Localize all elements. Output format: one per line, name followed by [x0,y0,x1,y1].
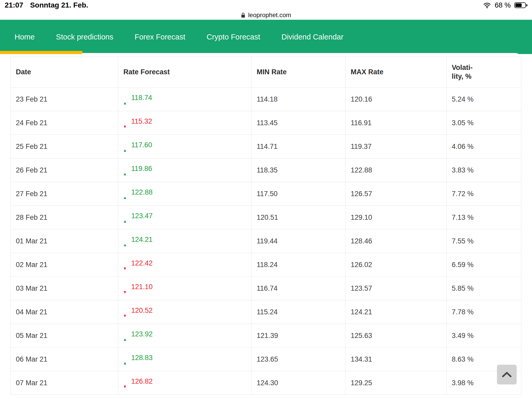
table-row: 06 Mar 21 ▲ 128.83 123.65 134.31 8.63 % [11,348,521,371]
max-rate-cell: 119.37 [345,135,447,158]
rate-forecast-value: 122.88 [131,188,153,196]
max-rate-cell: 123.57 [345,277,447,300]
rate-forecast-cell: ▲ 123.47 [118,206,251,229]
header-rate-forecast: Rate Forecast [118,57,251,88]
date-cell: 01 Mar 21 [11,229,118,253]
date-cell: 02 Mar 21 [11,253,118,277]
nav-item-stock-predictions[interactable]: Stock predictions [56,33,113,41]
trend-arrow-icon: ▲ [123,195,128,200]
date-cell: 07 Mar 21 [11,371,118,395]
main-nav: HomeStock predictionsForex ForecastCrypt… [0,20,532,54]
max-rate-cell: 124.21 [345,300,447,324]
max-rate-cell: 120.16 [345,88,447,111]
min-rate-cell: 117.50 [251,182,345,206]
table-row: 23 Feb 21 ▲ 118.74 114.18 120.16 5.24 % [11,88,521,111]
rate-forecast-cell: ▼ 121.10 [118,277,251,300]
max-rate-cell: 122.88 [345,158,447,182]
max-rate-cell: 116.91 [345,111,447,135]
rate-forecast-cell: ▲ 128.83 [118,348,251,371]
rate-forecast-value: 128.83 [131,354,153,362]
trend-arrow-icon: ▼ [123,124,128,129]
volatility-cell: 7.78 % [447,300,521,324]
date-cell: 04 Mar 21 [11,300,118,324]
rate-forecast-cell: ▲ 118.74 [118,88,251,111]
clock: 21:07 [5,1,23,9]
date-cell: 03 Mar 21 [11,277,118,300]
date-cell: 23 Feb 21 [11,88,118,111]
table-row: 28 Feb 21 ▲ 123.47 120.51 129.10 7.13 % [11,206,521,229]
wifi-icon [483,2,491,8]
address-bar[interactable]: leoprophet.com [0,10,532,20]
scroll-to-top-button[interactable] [497,365,517,384]
rate-forecast-cell: ▲ 117.60 [118,135,251,158]
url-text: leoprophet.com [248,11,291,19]
max-rate-cell: 125.63 [345,324,447,348]
rate-forecast-cell: ▼ 120.52 [118,300,251,324]
status-right-cluster: 68 % [483,1,527,9]
volatility-cell: 6.59 % [447,253,521,277]
nav-item-crypto-forecast[interactable]: Crypto Forecast [207,33,260,41]
min-rate-cell: 116.74 [251,277,345,300]
table-row: 25 Feb 21 ▲ 117.60 114.71 119.37 4.06 % [11,135,521,158]
trend-arrow-icon: ▲ [123,219,128,224]
max-rate-cell: 129.10 [345,206,447,229]
min-rate-cell: 120.51 [251,206,345,229]
trend-arrow-icon: ▲ [123,337,128,342]
table-row: 24 Feb 21 ▼ 115.32 113.45 116.91 3.05 % [11,111,521,135]
min-rate-cell: 114.18 [251,88,345,111]
lock-icon [241,12,245,18]
trend-arrow-icon: ▲ [123,101,128,105]
nav-item-home[interactable]: Home [15,33,35,41]
rate-forecast-cell: ▼ 126.82 [118,371,251,395]
rate-forecast-value: 126.82 [131,377,153,385]
nav-item-dividend-calendar[interactable]: Dividend Calendar [281,33,343,41]
battery-percent: 68 % [495,1,511,9]
table-header-row: Date Rate Forecast MIN Rate MAX Rate Vol… [11,57,521,88]
table-row: 07 Mar 21 ▼ 126.82 124.30 129.25 3.98 % [11,371,521,395]
rate-forecast-cell: ▼ 115.32 [118,111,251,135]
volatility-cell: 5.24 % [447,88,521,111]
table-row: 04 Mar 21 ▼ 120.52 115.24 124.21 7.78 % [11,300,521,324]
content-card: Date Rate Forecast MIN Rate MAX Rate Vol… [10,53,521,399]
table-row: 01 Mar 21 ▲ 124.21 119.44 128.46 7.55 % [11,229,521,253]
trend-arrow-icon: ▲ [123,148,128,153]
date-cell: 24 Feb 21 [11,111,118,135]
trend-arrow-icon: ▲ [123,361,128,365]
table-row: 03 Mar 21 ▼ 121.10 116.74 123.57 5.85 % [11,277,521,300]
min-rate-cell: 118.24 [251,253,345,277]
rate-forecast-cell: ▼ 122.42 [118,253,251,277]
volatility-cell: 7.72 % [447,182,521,206]
rate-forecast-cell: ▲ 124.21 [118,229,251,253]
chevron-up-icon [502,372,512,377]
rate-forecast-value: 115.32 [131,117,152,125]
volatility-cell: 3.83 % [447,158,521,182]
volatility-cell: 7.13 % [447,206,521,229]
trend-arrow-icon: ▼ [123,314,128,318]
rate-forecast-value: 121.10 [131,283,153,291]
nav-item-forex-forecast[interactable]: Forex Forecast [135,33,185,41]
trend-arrow-icon: ▲ [123,243,128,247]
max-rate-cell: 126.57 [345,182,447,206]
date-cell: 28 Feb 21 [11,206,118,229]
min-rate-cell: 121.39 [251,324,345,348]
date-cell: 25 Feb 21 [11,135,118,158]
table-row: 27 Feb 21 ▲ 122.88 117.50 126.57 7.72 % [11,182,521,206]
header-min-rate: MIN Rate [251,57,345,88]
volatility-cell: 3.49 % [447,324,521,348]
volatility-cell: 5.85 % [447,277,521,300]
forecast-table: Date Rate Forecast MIN Rate MAX Rate Vol… [10,57,521,395]
max-rate-cell: 134.31 [345,348,447,371]
trend-arrow-icon: ▼ [123,266,128,271]
rate-forecast-value: 123.92 [131,330,153,338]
trend-arrow-icon: ▲ [123,172,128,176]
status-date: Sonntag 21. Feb. [30,1,88,9]
max-rate-cell: 126.02 [345,253,447,277]
progress-bar [0,51,82,54]
min-rate-cell: 114.71 [251,135,345,158]
trend-arrow-icon: ▼ [123,290,128,295]
volatility-cell: 4.06 % [447,135,521,158]
min-rate-cell: 113.45 [251,111,345,135]
min-rate-cell: 124.30 [251,371,345,395]
table-row: 02 Mar 21 ▼ 122.42 118.24 126.02 6.59 % [11,253,521,277]
status-bar: 21:07 Sonntag 21. Feb. 68 % [0,0,532,10]
